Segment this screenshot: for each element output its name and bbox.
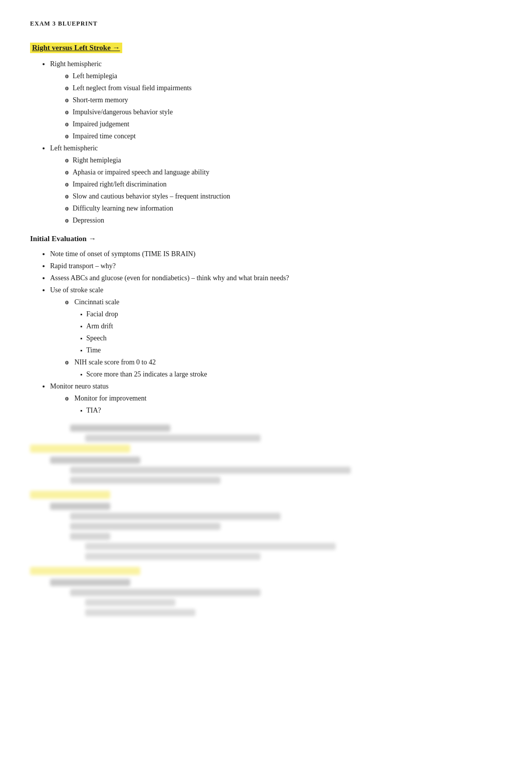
list-item: Left hemiplegia	[65, 71, 502, 81]
section2-list: Note time of onset of symptoms (TIME IS …	[30, 249, 502, 416]
section1-title: Right versus Left Stroke →	[30, 43, 122, 53]
list-item: Arm drift	[80, 321, 502, 331]
monitor-list: Monitor for improvement TIA?	[50, 393, 502, 416]
list-item: Impaired right/left discrimination	[65, 179, 502, 189]
list-item: Speech	[80, 333, 502, 343]
list-item: Impaired judgement	[65, 119, 502, 129]
blurred-content	[30, 425, 502, 616]
list-item-nih: NIH scale score from 0 to 42 Score more …	[65, 357, 502, 379]
list-item: Right hemiplegia	[65, 155, 502, 165]
list-item: Aphasia or impaired speech and language …	[65, 167, 502, 177]
cincinnati-list: Facial drop Arm drift Speech Time	[65, 309, 502, 355]
list-item-improvement: Monitor for improvement TIA?	[65, 393, 502, 416]
section-initial-evaluation: Initial Evaluation → Note time of onset …	[30, 235, 502, 416]
list-item: TIA?	[80, 405, 502, 416]
list-item: Difficulty learning new information	[65, 203, 502, 214]
list-item: Facial drop	[80, 309, 502, 319]
left-hemispheric-sublist: Right hemiplegia Aphasia or impaired spe…	[50, 155, 502, 226]
list-item-left-hemispheric: Left hemispheric Right hemiplegia Aphasi…	[50, 143, 502, 226]
section1-list: Right hemispheric Left hemiplegia Left n…	[30, 59, 502, 226]
list-item: Depression	[65, 215, 502, 226]
list-item: Left neglect from visual field impairmen…	[65, 83, 502, 93]
stroke-scale-list: Cincinnati scale Facial drop Arm drift S…	[50, 297, 502, 379]
list-item-cincinnati: Cincinnati scale Facial drop Arm drift S…	[65, 297, 502, 355]
list-item-right-hemispheric: Right hemispheric Left hemiplegia Left n…	[50, 59, 502, 141]
list-item-stroke-scale: Use of stroke scale Cincinnati scale Fac…	[50, 285, 502, 379]
list-item: Impulsive/dangerous behavior style	[65, 107, 502, 117]
list-item: Impaired time concept	[65, 131, 502, 141]
list-item: Time	[80, 345, 502, 355]
section2-title: Initial Evaluation →	[30, 235, 96, 243]
list-item-abcs: Assess ABCs and glucose (even for nondia…	[50, 273, 502, 283]
list-item-time: Note time of onset of symptoms (TIME IS …	[50, 249, 502, 259]
list-item-monitor: Monitor neuro status Monitor for improve…	[50, 381, 502, 416]
list-item: Score more than 25 indicates a large str…	[80, 369, 502, 379]
page-header: EXAM 3 BLUEPRINT	[30, 20, 502, 28]
list-item: Slow and cautious behavior styles – freq…	[65, 191, 502, 202]
improvement-list: TIA?	[65, 405, 502, 416]
right-hemispheric-sublist: Left hemiplegia Left neglect from visual…	[50, 71, 502, 141]
nih-list: Score more than 25 indicates a large str…	[65, 369, 502, 379]
list-item: Short-term memory	[65, 95, 502, 105]
section-right-vs-left: Right versus Left Stroke → Right hemisph…	[30, 43, 502, 226]
list-item-transport: Rapid transport – why?	[50, 261, 502, 271]
